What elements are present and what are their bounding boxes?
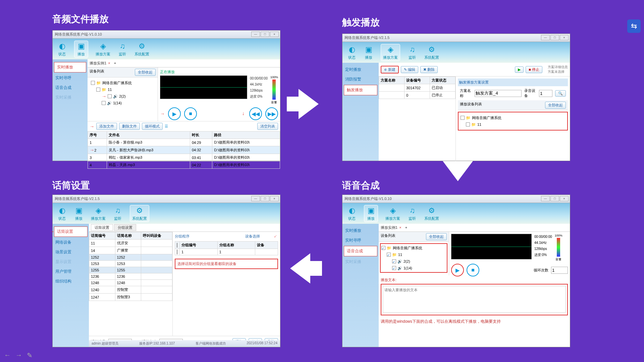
scheme-name-input[interactable]: [475, 90, 522, 97]
close-button[interactable]: ×: [560, 35, 569, 40]
sidebar-fire[interactable]: 消防报警: [342, 74, 379, 84]
tab-add[interactable]: +: [405, 225, 407, 229]
toolbar-status[interactable]: ◐状态: [347, 206, 357, 221]
sidebar-realtime-page[interactable]: 实时寻呼: [342, 236, 379, 245]
toolbar-syscfg[interactable]: ⚙系统配置: [135, 42, 149, 57]
loop-times-input[interactable]: [551, 267, 568, 274]
toolbar-status[interactable]: ◐状态: [57, 206, 67, 221]
play-button[interactable]: ▶: [451, 264, 464, 276]
sidebar-collect[interactable]: 实时采播: [342, 257, 379, 267]
table-row[interactable]: 12361236: [89, 273, 172, 280]
checkbox[interactable]: [466, 122, 470, 126]
table-row[interactable]: 12531253: [89, 261, 172, 267]
sidebar-mic-setting[interactable]: →话筒设置: [54, 226, 88, 237]
table-row[interactable]: 12481248: [89, 280, 172, 286]
table-row[interactable]: 12521252: [89, 254, 172, 261]
nav-pen-icon[interactable]: ✎: [27, 351, 33, 359]
tab-close-icon[interactable]: ×: [108, 61, 110, 65]
table-row[interactable]: 12551255: [89, 267, 172, 273]
volume-slider[interactable]: [272, 80, 276, 100]
toolbar-status[interactable]: ◐状态: [57, 42, 67, 57]
next-button[interactable]: ▶▶: [265, 107, 278, 120]
toolbar-scheme[interactable]: ◈播放方案: [385, 206, 400, 221]
close-button[interactable]: ×: [270, 32, 279, 37]
play-button[interactable]: ▶: [515, 66, 524, 73]
maximize-button[interactable]: □: [261, 196, 269, 201]
toolbar-syscfg[interactable]: ⚙系统配置: [130, 205, 149, 222]
collapse-all-button[interactable]: 全部收起: [545, 102, 566, 109]
toolbar-syscfg[interactable]: ⚙系统配置: [424, 45, 439, 60]
play-button[interactable]: ▶: [168, 107, 181, 120]
sidebar-realtime-play[interactable]: 实时播放: [342, 226, 379, 236]
close-button[interactable]: ×: [270, 196, 279, 201]
tab-mic[interactable]: 话筒设置: [91, 224, 113, 231]
toolbar-scheme[interactable]: ◈播放方案: [96, 42, 110, 57]
table-row[interactable]: →2吴凡 - 新想大声告诉你.mp304:32D:\做图用单的资料03\: [88, 146, 280, 154]
close-button[interactable]: ×: [560, 196, 569, 201]
volume-slider[interactable]: [557, 238, 560, 257]
stop-button[interactable]: ■: [467, 264, 479, 276]
sidebar-tts[interactable]: 语音合成: [344, 246, 377, 256]
toolbar-play[interactable]: ▣播放: [364, 45, 373, 60]
loop-mode-button[interactable]: 循环模式: [142, 123, 163, 130]
add-file-button[interactable]: 添加文件: [96, 123, 117, 130]
table-row[interactable]: 3韩红 - 借家家长.mp303:41D:\做图用单的资料03\: [88, 154, 280, 161]
checkbox[interactable]: [177, 243, 177, 248]
toolbar-listen[interactable]: ♫监听: [408, 45, 417, 60]
minimize-button[interactable]: —: [541, 196, 550, 201]
toolbar-play[interactable]: ▣播放: [364, 205, 378, 222]
tab-instance[interactable]: 播放实例1: [381, 225, 397, 229]
checkbox[interactable]: [461, 116, 465, 120]
toolbar-listen[interactable]: ♫监听: [408, 206, 417, 221]
sidebar-timed[interactable]: 定时播放: [342, 65, 379, 74]
toolbar-scheme[interactable]: ◈播放方案: [91, 206, 106, 221]
table-row[interactable]: 14广播室: [89, 247, 172, 254]
stop-button[interactable]: ■ 停止: [526, 66, 542, 73]
nav-prev[interactable]: ←: [4, 351, 11, 359]
tab-instance[interactable]: 播放实例1: [90, 61, 106, 65]
clear-list-button[interactable]: 清空列表: [257, 123, 278, 130]
sidebar-netdev[interactable]: 网络设备: [53, 238, 89, 247]
sidebar-org[interactable]: 组织结构: [53, 276, 89, 286]
sidebar-trigger[interactable]: 触发播放: [344, 85, 377, 95]
maximize-button[interactable]: □: [550, 196, 559, 201]
nav-next[interactable]: →: [15, 351, 22, 359]
sidebar-tts[interactable]: 语音合成: [53, 83, 88, 93]
sidebar-realtime-play[interactable]: 实时播放: [54, 62, 86, 72]
tab-close-icon[interactable]: ×: [399, 225, 401, 229]
sidebar-scene[interactable]: 场景设置: [53, 247, 89, 257]
tts-text-input[interactable]: [383, 286, 566, 313]
checkbox[interactable]: [177, 250, 177, 254]
checkbox[interactable]: [387, 253, 391, 257]
table-row[interactable]: 11优济安: [89, 240, 172, 247]
checkbox[interactable]: [102, 101, 106, 105]
sidebar-display[interactable]: 显示设置: [53, 257, 89, 267]
toolbar-listen[interactable]: ♫监听: [113, 206, 122, 221]
collapse-all-button[interactable]: 全部收起: [426, 233, 447, 240]
toolbar-play[interactable]: ▣播放: [74, 41, 88, 58]
table-row[interactable]: 11: [175, 249, 278, 255]
table-row[interactable]: 4韩磊 - 天路.mp304:22D:\做图用单的资料03\: [88, 161, 280, 169]
checkbox[interactable]: [91, 81, 95, 85]
delete-button[interactable]: ✖ 删除: [420, 66, 438, 73]
toolbar-play[interactable]: ▣播放: [74, 206, 84, 221]
new-button[interactable]: ⊕ 新建: [381, 66, 399, 73]
checkbox[interactable]: [381, 246, 385, 250]
maximize-button[interactable]: □: [550, 35, 559, 40]
record-device-input[interactable]: [539, 90, 552, 97]
table-row[interactable]: 1240控制室: [89, 286, 172, 294]
prev-button[interactable]: ◀◀: [249, 107, 262, 120]
search-button[interactable]: 🔍: [555, 90, 566, 97]
checkbox[interactable]: [392, 266, 396, 270]
table-row[interactable]: 1247控制室3: [89, 294, 172, 301]
sidebar-realtime-page[interactable]: 实时寻呼: [53, 73, 88, 83]
toolbar-status[interactable]: ◐状态: [347, 45, 357, 60]
checkbox[interactable]: [108, 94, 112, 98]
maximize-button[interactable]: □: [261, 32, 269, 37]
minimize-button[interactable]: —: [251, 196, 260, 201]
checkbox[interactable]: [96, 88, 100, 92]
sidebar-users[interactable]: 用户管理: [53, 267, 89, 276]
tab-add[interactable]: +: [114, 61, 116, 65]
table-row[interactable]: 1陈小春 - 算你狠.mp304:29D:\做图用单的资料03\: [88, 139, 280, 146]
delete-file-button[interactable]: 删除文件: [119, 123, 140, 130]
